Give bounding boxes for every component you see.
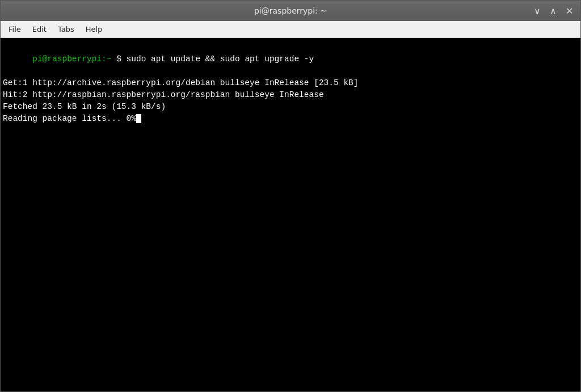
terminal-output-line-1: Get:1 http://archive.raspberrypi.org/deb… — [3, 77, 578, 89]
terminal-output-line-2: Hit:2 http://raspbian.raspberrypi.org/ra… — [3, 89, 578, 101]
minimize-button[interactable]: ∨ — [531, 4, 544, 18]
terminal-command-line: pi@raspberrypi:~ $ sudo apt update && su… — [3, 41, 578, 77]
menu-tabs[interactable]: Tabs — [52, 23, 80, 36]
terminal-command-text: sudo apt update && sudo apt upgrade -y — [121, 54, 314, 64]
terminal-window: pi@raspberrypi: ~ ∨ ∧ ✕ File Edit Tabs H… — [0, 0, 581, 392]
menu-bar: File Edit Tabs Help — [1, 21, 580, 38]
menu-help[interactable]: Help — [80, 23, 108, 36]
terminal-output-line-3: Fetched 23.5 kB in 2s (15.3 kB/s) — [3, 101, 578, 113]
menu-edit[interactable]: Edit — [27, 23, 52, 36]
terminal-output[interactable]: pi@raspberrypi:~ $ sudo apt update && su… — [1, 38, 580, 391]
terminal-prompt-user: pi@raspberrypi: — [32, 54, 107, 64]
terminal-output-line-4: Reading package lists... 0% — [3, 113, 578, 125]
window-controls: ∨ ∧ ✕ — [531, 4, 576, 18]
maximize-button[interactable]: ∧ — [546, 4, 560, 18]
title-bar: pi@raspberrypi: ~ ∨ ∧ ✕ — [1, 1, 580, 21]
window-title: pi@raspberrypi: ~ — [254, 6, 327, 15]
terminal-cursor — [136, 114, 141, 123]
close-button[interactable]: ✕ — [562, 4, 576, 18]
menu-file[interactable]: File — [3, 23, 27, 36]
terminal-prompt-dollar: $ — [111, 54, 121, 64]
